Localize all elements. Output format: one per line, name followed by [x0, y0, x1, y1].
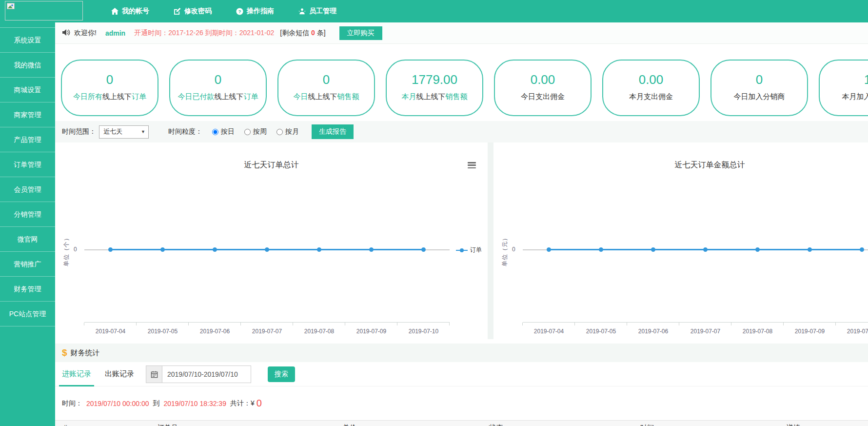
nav-guide[interactable]: ? 操作指南	[236, 7, 274, 16]
x-axis-label: 2019-07-06	[627, 323, 679, 335]
svg-text:?: ?	[238, 9, 241, 14]
time-label: 时间：	[62, 399, 82, 408]
stat-value: 0	[711, 72, 807, 87]
stat-value: 0.00	[495, 72, 591, 87]
x-axis-label: 2019-07-09	[345, 323, 397, 335]
sidebar-item[interactable]: 会员管理	[0, 177, 55, 202]
data-point-marker[interactable]	[755, 247, 760, 252]
buy-now-button[interactable]: 立即购买	[339, 26, 382, 40]
stat-label: 今日加入分销商	[711, 92, 807, 101]
nav-staff[interactable]: 员工管理	[298, 7, 336, 16]
sidebar-item[interactable]: 微官网	[0, 227, 55, 252]
stat-value: 0	[62, 72, 158, 87]
data-point-marker[interactable]	[808, 247, 812, 252]
users-icon	[298, 8, 306, 15]
data-point-marker[interactable]	[265, 247, 269, 252]
top-navigation: 我的帐号 修改密码 ? 操作指南 员工管理	[111, 0, 336, 22]
home-icon	[111, 8, 118, 15]
x-axis-label: 2019-07-08	[293, 323, 345, 335]
nav-my-account[interactable]: 我的帐号	[111, 7, 149, 16]
x-axis-label: 2019-07-07	[241, 323, 293, 335]
data-point-marker[interactable]	[421, 247, 426, 252]
welcome-bar: 欢迎你! admin 开通时间：2017-12-26 到期时间：2021-01-…	[55, 22, 868, 44]
data-point-marker[interactable]	[317, 247, 321, 252]
sidebar-item[interactable]: 分销管理	[0, 202, 55, 227]
logo[interactable]	[5, 1, 83, 20]
nav-label: 操作指南	[247, 7, 274, 16]
sidebar-item[interactable]: 系统设置	[0, 28, 55, 53]
sidebar-item[interactable]: 营销推广	[0, 252, 55, 277]
stat-card[interactable]: 0.00 本月支出佣金	[602, 60, 700, 116]
radio-by-day-input[interactable]	[212, 129, 218, 135]
sidebar: 系统设置我的微信商城设置商家管理产品管理订单管理会员管理分销管理微官网营销推广财…	[0, 22, 55, 426]
stat-value: 0	[278, 72, 374, 87]
y-axis-tick: 0	[74, 246, 77, 253]
data-point-marker[interactable]	[651, 247, 655, 252]
data-point-marker[interactable]	[160, 247, 165, 252]
y-axis-name: 单位（个）	[62, 226, 71, 275]
account-period: 开通时间：2017-12-26 到期时间：2021-01-02	[134, 29, 274, 38]
to-label: 到	[153, 399, 159, 408]
tab-income-records[interactable]: 进账记录	[59, 362, 94, 386]
stat-card[interactable]: 0 今日加入分销商	[710, 60, 808, 116]
tab-outgoing-records[interactable]: 出账记录	[102, 362, 137, 385]
sidebar-item[interactable]: PC站点管理	[0, 302, 55, 326]
data-point-marker[interactable]	[108, 247, 113, 252]
granularity-label: 时间粒度：	[168, 127, 202, 136]
nav-label: 员工管理	[309, 7, 336, 16]
sidebar-item[interactable]: 财务管理	[0, 277, 55, 302]
generate-report-button[interactable]: 生成报告	[312, 124, 354, 139]
stat-card[interactable]: 0.00 今日支出佣金	[494, 60, 592, 116]
radio-by-day[interactable]: 按日	[212, 127, 235, 136]
welcome-greeting: 欢迎你!	[74, 29, 97, 38]
stat-card[interactable]: 0 今日所有线上线下订单	[61, 60, 158, 116]
time-range-label: 时间范围：	[62, 127, 96, 136]
data-point-marker[interactable]	[599, 247, 603, 252]
date-range-group	[146, 365, 251, 383]
total-value: 0	[256, 398, 262, 409]
x-axis-label: 2019-07-05	[137, 323, 189, 335]
stat-card[interactable]: 0 今日线上线下销售额	[277, 60, 375, 116]
chart-title: 近七天订单总计	[55, 160, 488, 170]
speaker-icon	[62, 29, 70, 38]
sidebar-item[interactable]: 产品管理	[0, 127, 55, 152]
stat-card[interactable]: 0 今日已付款线上线下订单	[169, 60, 267, 116]
sidebar-item[interactable]: 商城设置	[0, 78, 55, 102]
data-point-marker[interactable]	[213, 247, 217, 252]
sidebar-item[interactable]: 商家管理	[0, 102, 55, 127]
time-range-select[interactable]: 近七天 ▼	[99, 125, 149, 139]
date-range-input[interactable]	[162, 365, 251, 383]
data-point-marker[interactable]	[547, 247, 551, 252]
stat-card[interactable]: 1779.00 本月线上线下销售额	[386, 60, 483, 116]
chart-title: 近七天订单金额总计	[493, 160, 868, 170]
data-point-marker[interactable]	[369, 247, 374, 252]
table-column-header: 状态	[489, 424, 503, 426]
data-point-marker[interactable]	[860, 247, 864, 252]
stat-card[interactable]: 1 本月加入分销商	[819, 60, 868, 116]
stat-label: 本月支出佣金	[603, 92, 699, 101]
time-range-value: 近七天	[103, 127, 122, 136]
chart-legend[interactable]: 订单	[456, 246, 482, 254]
radio-by-week[interactable]: 按周	[244, 127, 267, 136]
stat-value: 1779.00	[387, 72, 482, 87]
x-axis: 2019-07-042019-07-052019-07-062019-07-07…	[523, 322, 868, 335]
nav-change-password[interactable]: 修改密码	[174, 7, 212, 16]
nav-label: 我的帐号	[122, 7, 149, 16]
question-icon: ?	[236, 8, 243, 15]
radio-by-month-input[interactable]	[276, 129, 283, 135]
sms-remaining: [剩余短信 0 条]	[280, 29, 325, 38]
orders-chart-panel: 近七天订单总计 单位（个） 0 订单 2019-07-042019-07-052…	[55, 142, 488, 339]
stat-label: 今日已付款线上线下订单	[170, 92, 266, 101]
topbar: 我的帐号 修改密码 ? 操作指南 员工管理	[0, 0, 868, 22]
sidebar-item[interactable]: 我的微信	[0, 53, 55, 78]
data-points	[523, 245, 868, 254]
radio-by-week-input[interactable]	[244, 129, 251, 135]
total-label: 共计：¥	[230, 399, 255, 408]
stat-label: 今日支出佣金	[495, 92, 591, 101]
radio-by-month[interactable]: 按月	[276, 127, 299, 136]
chart-menu-icon[interactable]	[468, 162, 476, 168]
sms-count: 0	[311, 29, 315, 37]
sidebar-item[interactable]: 订单管理	[0, 152, 55, 177]
search-button[interactable]: 搜索	[268, 366, 295, 382]
data-point-marker[interactable]	[703, 247, 708, 252]
